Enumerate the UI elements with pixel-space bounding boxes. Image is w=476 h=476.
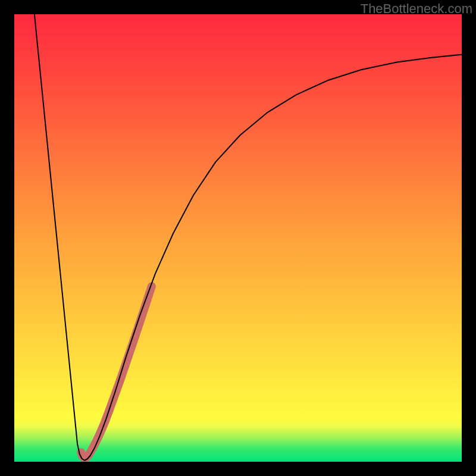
plot-area	[14, 14, 462, 462]
chart-container: TheBottleneck.com	[0, 0, 476, 476]
watermark-text: TheBottleneck.com	[361, 1, 472, 17]
chart-svg	[14, 14, 462, 462]
gradient-background	[14, 14, 462, 462]
